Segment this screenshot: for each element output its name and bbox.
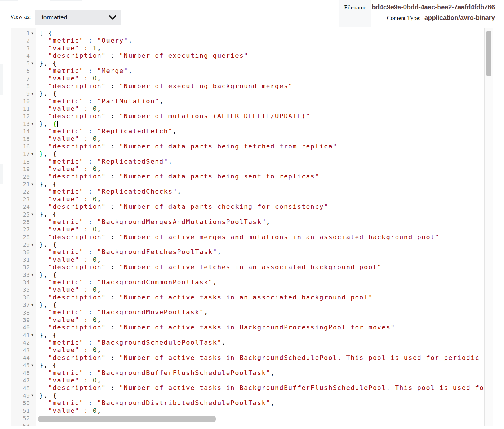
code-line[interactable]: }, { bbox=[39, 241, 484, 248]
vertical-scrollbar[interactable] bbox=[484, 28, 493, 426]
view-as-select[interactable]: formatted bbox=[35, 10, 121, 25]
json-punctuation: , bbox=[213, 279, 217, 286]
code-line[interactable]: "description" : "Number of data parts ch… bbox=[39, 203, 484, 210]
line-number: 8 bbox=[26, 83, 30, 90]
json-punctuation: : bbox=[84, 188, 97, 195]
code-line[interactable]: "metric" : "BackgroundDistributedSchedul… bbox=[39, 399, 484, 407]
code-line[interactable]: "metric" : "BackgroundCommonPoolTask", bbox=[39, 279, 484, 286]
code-line[interactable]: "metric" : "BackgroundSchedulePoolTask", bbox=[39, 339, 484, 346]
code-line[interactable]: "description" : "Number of executing que… bbox=[39, 52, 484, 59]
line-number: 28 bbox=[23, 234, 30, 241]
code-line[interactable]: "description" : "Number of active tasks … bbox=[39, 294, 484, 301]
code-line[interactable]: "value" : 0, bbox=[39, 316, 484, 324]
fold-arrow-icon[interactable]: ▼ bbox=[30, 212, 35, 216]
json-editor[interactable]: 1▼2345▼6789▼10111213▼14151617▼18192021▼2… bbox=[11, 28, 493, 426]
code-line[interactable]: }, { bbox=[39, 150, 484, 158]
line-number: 20 bbox=[23, 173, 30, 180]
line-number: 42 bbox=[23, 339, 30, 346]
code-line[interactable]: "description" : "Number of active tasks … bbox=[39, 354, 484, 362]
code-line[interactable]: "description" : "Number of active fetche… bbox=[39, 263, 484, 271]
code-line[interactable]: [ { bbox=[39, 29, 484, 37]
fold-arrow-icon[interactable]: ▼ bbox=[30, 122, 35, 126]
code-line[interactable]: }, { bbox=[39, 271, 484, 279]
code-line[interactable]: "description" : "Number of active merges… bbox=[39, 233, 484, 241]
code-line[interactable]: "value" : 0, bbox=[39, 165, 484, 173]
code-line[interactable]: "metric" : "PartMutation", bbox=[39, 98, 484, 105]
code-line[interactable]: "metric" : "Merge", bbox=[39, 67, 484, 75]
horizontal-scrollbar-thumb[interactable] bbox=[38, 416, 216, 422]
line-number: 35 bbox=[23, 286, 30, 293]
code-line[interactable]: "value" : 0, bbox=[39, 377, 484, 384]
code-line[interactable]: "value" : 0, bbox=[39, 135, 484, 142]
horizontal-scrollbar[interactable] bbox=[37, 416, 484, 422]
code-line[interactable]: "metric" : "BackgroundMergesAndMutations… bbox=[39, 218, 484, 226]
gutter-line: 47 bbox=[11, 377, 36, 384]
code-line[interactable]: }, { bbox=[39, 210, 484, 218]
gutter-line: 12 bbox=[11, 112, 36, 120]
code-line[interactable] bbox=[39, 422, 484, 426]
code-line[interactable]: "description" : "Number of mutations (AL… bbox=[39, 112, 484, 120]
code-line[interactable]: }, { bbox=[39, 392, 484, 399]
json-string: "value" bbox=[48, 135, 80, 142]
json-string: "Merge" bbox=[97, 67, 128, 74]
code-line[interactable]: "value" : 0, bbox=[39, 75, 484, 82]
code-line[interactable]: "metric" : "BackgroundFetchesPoolTask", bbox=[39, 248, 484, 256]
code-line[interactable]: "value" : 0, bbox=[39, 346, 484, 354]
code-line[interactable]: "description" : "Number of data parts be… bbox=[39, 143, 484, 150]
json-punctuation bbox=[39, 98, 48, 105]
code-line[interactable]: "value" : 0, bbox=[39, 286, 484, 293]
fold-arrow-icon[interactable]: ▼ bbox=[30, 31, 35, 35]
code-line[interactable]: }, { bbox=[39, 60, 484, 67]
code-line[interactable]: }, { bbox=[39, 331, 484, 339]
code-line[interactable]: "metric" : "BackgroundBufferFlushSchedul… bbox=[39, 369, 484, 377]
json-punctuation bbox=[39, 219, 48, 225]
code-line[interactable]: }, { bbox=[39, 90, 484, 97]
fold-arrow-icon[interactable]: ▼ bbox=[30, 92, 35, 96]
fold-arrow-icon[interactable]: ▼ bbox=[30, 303, 35, 307]
code-line[interactable]: "metric" : "ReplicatedSend", bbox=[39, 158, 484, 165]
code-line[interactable]: "metric" : "Query", bbox=[39, 37, 484, 44]
json-punctuation bbox=[39, 384, 48, 391]
code-line[interactable]: }, { bbox=[39, 180, 484, 188]
code-line[interactable]: "value" : 0, bbox=[39, 105, 484, 112]
code-line[interactable]: }, { bbox=[39, 120, 484, 128]
code-line[interactable]: }, { bbox=[39, 301, 484, 309]
fold-arrow-icon[interactable]: ▼ bbox=[30, 61, 35, 65]
gutter-line: 33▼ bbox=[11, 271, 36, 279]
code-line[interactable]: "value" : 0, bbox=[39, 226, 484, 233]
code-line[interactable]: "description" : "Number of active tasks … bbox=[39, 384, 484, 392]
fold-arrow-icon[interactable]: ▼ bbox=[30, 182, 35, 186]
code-line[interactable]: "value" : 1, bbox=[39, 45, 484, 52]
code-line[interactable]: "metric" : "ReplicatedFetch", bbox=[39, 128, 484, 135]
fold-arrow-icon[interactable]: ▼ bbox=[30, 273, 35, 277]
code-line[interactable]: "value" : 0, bbox=[39, 196, 484, 203]
json-punctuation bbox=[39, 377, 48, 384]
background-fragment bbox=[50, 0, 82, 1]
code-line[interactable]: "description" : "Number of executing bac… bbox=[39, 82, 484, 90]
json-punctuation: : bbox=[84, 128, 97, 135]
code-line[interactable]: "description" : "Number of data parts be… bbox=[39, 173, 484, 180]
code-line[interactable]: "metric" : "ReplicatedChecks", bbox=[39, 188, 484, 195]
fold-arrow-icon[interactable]: ▼ bbox=[30, 364, 35, 367]
code-line[interactable]: "description" : "Number of active tasks … bbox=[39, 324, 484, 331]
code-line[interactable]: "value" : 0, bbox=[39, 407, 484, 414]
fold-arrow-icon[interactable]: ▼ bbox=[30, 394, 35, 397]
line-number: 1 bbox=[26, 30, 30, 37]
json-punctuation: , bbox=[271, 370, 275, 376]
code-line[interactable]: "metric" : "BackgroundMovePoolTask", bbox=[39, 309, 484, 316]
json-string: "description" bbox=[48, 52, 106, 59]
gutter-line: 25▼ bbox=[11, 210, 36, 218]
json-string: "description" bbox=[48, 234, 106, 241]
gutter-line: 1▼ bbox=[11, 29, 36, 37]
fold-arrow-icon[interactable]: ▼ bbox=[30, 243, 35, 247]
code-line[interactable]: }, { bbox=[39, 362, 484, 369]
line-number: 11 bbox=[23, 105, 30, 112]
vertical-scrollbar-thumb[interactable] bbox=[486, 31, 491, 76]
gutter-line: 51 bbox=[11, 407, 36, 414]
fold-arrow-icon[interactable]: ▼ bbox=[30, 152, 35, 156]
json-punctuation bbox=[39, 264, 48, 271]
code-area[interactable]: [ { "metric" : "Query", "value" : 1, "de… bbox=[37, 28, 484, 426]
fold-arrow-icon[interactable]: ▼ bbox=[30, 333, 35, 337]
code-line[interactable]: "value" : 0, bbox=[39, 256, 484, 263]
json-punctuation: , { bbox=[44, 150, 57, 157]
